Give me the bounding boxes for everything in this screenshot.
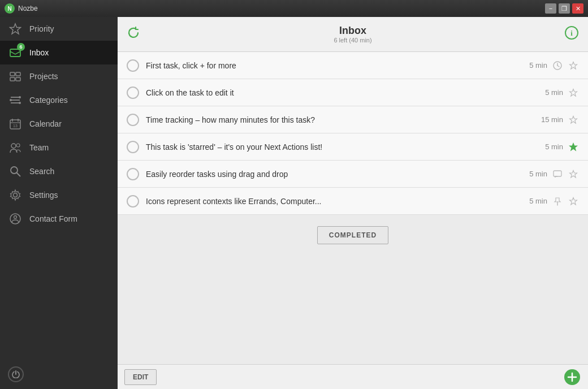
edit-button[interactable]: EDIT <box>124 369 157 385</box>
task-item[interactable]: Easily reorder tasks using drag and drop… <box>118 161 588 188</box>
svg-rect-4 <box>10 72 15 76</box>
svg-text:i: i <box>570 29 573 37</box>
task-item[interactable]: Icons represent contexts like Errands, C… <box>118 188 588 215</box>
task-right: 5 min <box>529 196 579 207</box>
task-time: 5 min <box>545 142 563 151</box>
task-clock-button[interactable] <box>552 60 563 71</box>
power-button[interactable] <box>8 366 24 382</box>
inbox-title-area: Inbox 6 left (40 min) <box>334 25 371 44</box>
task-star-button[interactable] <box>568 168 579 180</box>
info-button[interactable]: i <box>564 25 579 44</box>
sidebar-item-categories[interactable]: Categories <box>0 88 118 112</box>
sidebar-item-team[interactable]: Team <box>0 136 118 159</box>
refresh-button[interactable] <box>127 26 140 42</box>
task-checkbox[interactable] <box>127 168 139 180</box>
settings-icon <box>8 188 23 202</box>
task-right: 5 min <box>529 60 579 71</box>
sidebar: Priority 6 Inbox P <box>0 17 118 389</box>
task-item[interactable]: Click on the task to edit it 5 min <box>118 79 588 106</box>
task-time: 5 min <box>545 88 563 97</box>
svg-marker-38 <box>570 197 577 205</box>
contact-icon <box>8 211 23 226</box>
task-star-button[interactable] <box>568 60 579 71</box>
maximize-button[interactable]: ❒ <box>559 3 570 14</box>
minimize-button[interactable]: − <box>545 3 556 14</box>
svg-rect-5 <box>16 72 20 76</box>
task-right: 5 min <box>545 141 579 153</box>
svg-text:N: N <box>7 6 11 12</box>
sidebar-item-search[interactable]: Search <box>0 159 118 183</box>
svg-marker-34 <box>570 143 577 150</box>
task-star-button[interactable] <box>568 87 579 98</box>
inbox-subtitle: 6 left (40 min) <box>334 37 371 44</box>
svg-rect-7 <box>16 77 20 81</box>
app-title: Nozbe <box>18 5 38 12</box>
task-right: 5 min <box>529 168 579 180</box>
svg-point-12 <box>10 99 12 101</box>
svg-line-22 <box>17 173 21 177</box>
main-content: Inbox 6 left (40 min) i First task, clic… <box>118 17 588 389</box>
svg-marker-2 <box>10 24 21 34</box>
inbox-title: Inbox <box>334 25 371 37</box>
sidebar-item-priority[interactable]: Priority <box>0 17 118 41</box>
svg-point-21 <box>11 167 18 174</box>
title-bar: N Nozbe − ❒ ✕ <box>0 0 588 17</box>
svg-marker-31 <box>570 62 577 69</box>
window-controls: − ❒ ✕ <box>545 3 583 14</box>
task-right: 5 min <box>545 87 579 98</box>
sidebar-item-team-label: Team <box>29 143 49 152</box>
team-icon <box>8 140 23 155</box>
sidebar-item-projects[interactable]: Projects <box>0 64 118 88</box>
svg-point-19 <box>11 144 16 148</box>
svg-rect-35 <box>554 171 561 176</box>
star-icon <box>8 21 23 36</box>
task-checkbox[interactable] <box>127 87 139 99</box>
svg-point-13 <box>19 102 21 104</box>
inbox-badge: 6 <box>17 43 25 51</box>
sidebar-item-contact-form-label: Contact Form <box>29 214 77 223</box>
sidebar-item-inbox-label: Inbox <box>29 48 49 57</box>
svg-point-25 <box>14 216 17 219</box>
sidebar-item-inbox[interactable]: 6 Inbox <box>0 41 118 64</box>
search-icon <box>8 164 23 179</box>
task-checkbox[interactable] <box>127 59 139 72</box>
svg-point-20 <box>16 144 20 147</box>
top-toolbar: Inbox 6 left (40 min) i <box>118 17 588 52</box>
task-star-button[interactable] <box>568 196 579 207</box>
task-comment-button[interactable] <box>552 168 563 180</box>
task-time: 15 min <box>541 115 563 124</box>
task-name: Easily reorder tasks using drag and drop <box>146 170 522 179</box>
task-item[interactable]: Time tracking – how many minutes for thi… <box>118 106 588 133</box>
task-name: Icons represent contexts like Errands, C… <box>146 197 522 206</box>
task-checkbox[interactable] <box>127 195 139 208</box>
calendar-icon: 13 <box>8 116 23 131</box>
sidebar-item-contact-form[interactable]: Contact Form <box>0 207 118 231</box>
sidebar-bottom <box>0 360 118 389</box>
sidebar-item-calendar[interactable]: 13 Calendar <box>0 112 118 136</box>
bottom-bar: EDIT <box>118 364 588 389</box>
close-button[interactable]: ✕ <box>572 3 583 14</box>
sidebar-item-categories-label: Categories <box>29 96 68 105</box>
task-name: This task is 'starred' – it's on your Ne… <box>146 142 538 152</box>
svg-marker-32 <box>570 89 577 96</box>
task-time: 5 min <box>529 197 547 205</box>
task-star-button-starred[interactable] <box>568 141 579 153</box>
add-task-button[interactable] <box>563 368 581 386</box>
sidebar-item-calendar-label: Calendar <box>29 119 62 128</box>
completed-button[interactable]: COMPLETED <box>317 226 388 244</box>
svg-point-11 <box>19 96 21 98</box>
app-body: Priority 6 Inbox P <box>0 17 588 389</box>
task-item[interactable]: First task, click + for more 5 min <box>118 52 588 79</box>
task-checkbox[interactable] <box>127 141 139 153</box>
svg-text:13: 13 <box>13 124 18 128</box>
task-item[interactable]: This task is 'starred' – it's on your Ne… <box>118 133 588 161</box>
task-star-button[interactable] <box>568 114 579 126</box>
task-pin-button[interactable] <box>552 196 563 207</box>
task-checkbox[interactable] <box>127 114 139 126</box>
task-list: First task, click + for more 5 min <box>118 52 588 364</box>
task-name: First task, click + for more <box>146 61 522 70</box>
sidebar-item-settings[interactable]: Settings <box>0 183 118 207</box>
task-name: Click on the task to edit it <box>146 88 538 97</box>
task-time: 5 min <box>529 170 547 178</box>
svg-point-23 <box>14 193 18 197</box>
